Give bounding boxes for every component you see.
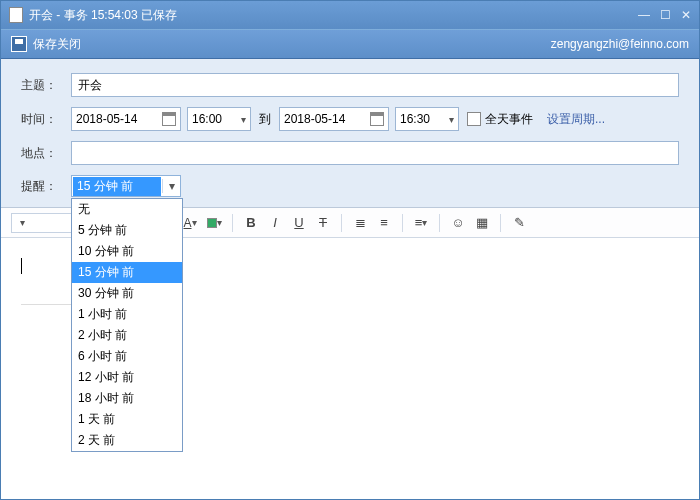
font-color-button[interactable]: A▾ (180, 213, 200, 233)
reminder-option[interactable]: 无 (72, 199, 182, 220)
document-icon (9, 7, 23, 23)
reminder-value: 15 分钟 前 (73, 177, 161, 196)
reminder-option[interactable]: 5 分钟 前 (72, 220, 182, 241)
recurrence-link[interactable]: 设置周期... (547, 111, 605, 128)
account-email: zengyangzhi@feinno.com (551, 37, 689, 51)
reminder-dropdown[interactable]: 无5 分钟 前10 分钟 前15 分钟 前30 分钟 前1 小时 前2 小时 前… (71, 198, 183, 452)
end-date-input[interactable]: 2018-05-14 (279, 107, 389, 131)
to-label: 到 (259, 111, 271, 128)
window-title: 开会 - 事务 15:54:03 已保存 (29, 7, 177, 24)
reminder-option[interactable]: 1 小时 前 (72, 304, 182, 325)
save-icon (11, 36, 27, 52)
reminder-option[interactable]: 1 天 前 (72, 409, 182, 430)
allday-label: 全天事件 (485, 111, 533, 128)
reminder-option[interactable]: 10 分钟 前 (72, 241, 182, 262)
bullet-list-button[interactable]: ≣ (350, 213, 370, 233)
save-close-button[interactable]: 保存关闭 (33, 36, 81, 53)
subject-label: 主题： (21, 77, 71, 94)
reminder-option[interactable]: 12 小时 前 (72, 367, 182, 388)
subject-input[interactable] (71, 73, 679, 97)
allday-checkbox[interactable] (467, 112, 481, 126)
bold-button[interactable]: B (241, 213, 261, 233)
italic-button[interactable]: I (265, 213, 285, 233)
location-input[interactable] (71, 141, 679, 165)
calendar-icon[interactable] (162, 112, 176, 126)
chevron-down-icon: ▾ (449, 114, 454, 125)
underline-button[interactable]: U (289, 213, 309, 233)
strikethrough-button[interactable]: T (313, 213, 333, 233)
reminder-select[interactable]: 15 分钟 前 ▾ 无5 分钟 前10 分钟 前15 分钟 前30 分钟 前1 … (71, 175, 181, 197)
time-label: 时间： (21, 111, 71, 128)
image-button[interactable]: ▦ (472, 213, 492, 233)
minimize-button[interactable]: — (638, 8, 650, 22)
maximize-button[interactable]: ☐ (660, 8, 671, 22)
chevron-down-icon: ▾ (162, 179, 180, 193)
reminder-option[interactable]: 15 分钟 前 (72, 262, 182, 283)
start-time-value: 16:00 (192, 112, 241, 126)
reminder-option[interactable]: 2 天 前 (72, 430, 182, 451)
reminder-option[interactable]: 18 小时 前 (72, 388, 182, 409)
end-time-select[interactable]: 16:30 ▾ (395, 107, 459, 131)
calendar-icon[interactable] (370, 112, 384, 126)
align-button[interactable]: ≡▾ (411, 213, 431, 233)
number-list-button[interactable]: ≡ (374, 213, 394, 233)
reminder-option[interactable]: 30 分钟 前 (72, 283, 182, 304)
start-date-value: 2018-05-14 (76, 112, 162, 126)
close-button[interactable]: ✕ (681, 8, 691, 22)
clear-format-button[interactable]: ✎ (509, 213, 529, 233)
location-label: 地点： (21, 145, 71, 162)
highlight-button[interactable]: ▾ (204, 213, 224, 233)
reminder-option[interactable]: 6 小时 前 (72, 346, 182, 367)
end-time-value: 16:30 (400, 112, 449, 126)
emoji-button[interactable]: ☺ (448, 213, 468, 233)
start-date-input[interactable]: 2018-05-14 (71, 107, 181, 131)
end-date-value: 2018-05-14 (284, 112, 370, 126)
start-time-select[interactable]: 16:00 ▾ (187, 107, 251, 131)
reminder-label: 提醒： (21, 178, 71, 195)
reminder-option[interactable]: 2 小时 前 (72, 325, 182, 346)
chevron-down-icon: ▾ (241, 114, 246, 125)
